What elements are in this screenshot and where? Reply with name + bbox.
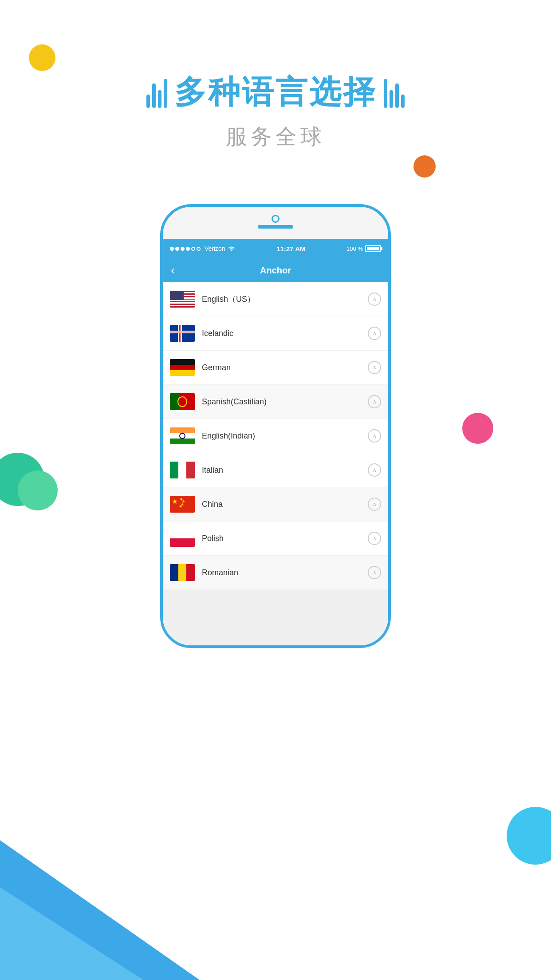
battery-percent: 100 % [346,245,363,252]
chevron-pl[interactable]: ∧ [368,532,381,545]
signal-dot-2 [175,247,179,251]
chevron-es[interactable]: ∧ [368,395,381,408]
list-item[interactable]: Spanish(Castilian) ∧ [163,385,388,419]
lang-name-en-in: English(Indian) [202,431,368,441]
signal-dot-4 [186,247,190,251]
list-item[interactable]: ★ ★ ★ ★ ★ China ∧ [163,487,388,521]
notch-speaker [258,225,293,229]
wave-icon-left [146,77,167,108]
flag-it [170,462,195,478]
lang-name-ro: Romanian [202,568,368,577]
status-time: 11:27 AM [276,245,305,253]
flag-ro [170,564,195,581]
decoration-dot-blue [507,807,551,865]
lang-name-it: Italian [202,466,368,475]
status-bar-right: 100 % [346,245,381,252]
lang-name-is: Icelandic [202,329,368,338]
title-main: 多种语言选择 [0,71,551,114]
wave-icon-right [384,77,405,108]
chevron-en-us[interactable]: ∧ [368,292,381,306]
language-list: English（US） ∧ Icelandic ∧ [163,282,388,645]
lang-name-de: German [202,363,368,372]
chevron-en-in[interactable]: ∧ [368,429,381,443]
list-item[interactable]: English(Indian) ∧ [163,419,388,453]
flag-en-us [170,291,195,308]
status-bar: Verizon 11:27 AM 100 % [163,239,388,258]
decoration-dot-green-light [18,470,58,510]
list-item[interactable]: Polish ∧ [163,522,388,555]
signal-dot-5 [191,247,195,251]
signal-dot-6 [197,247,201,251]
chevron-ro[interactable]: ∧ [368,566,381,579]
list-item[interactable]: Icelandic ∧ [163,316,388,350]
lang-name-zh: China [202,500,368,509]
page-title: 多种语言选择 [174,71,377,114]
decoration-dot-pink [462,413,493,444]
title-area: 多种语言选择 服务全球 [0,71,551,151]
flag-de [170,359,195,376]
flag-es [170,393,195,410]
lang-name-en-us: English（US） [202,294,368,304]
signal-dot-3 [181,247,185,251]
chevron-it[interactable]: ∧ [368,463,381,477]
list-item[interactable]: Romanian ∧ [163,556,388,589]
page-subtitle: 服务全球 [0,122,551,151]
notch-camera [272,215,279,223]
phone-notch [258,215,293,229]
flag-zh: ★ ★ ★ ★ ★ [170,496,195,513]
chevron-de[interactable]: ∧ [368,361,381,374]
chevron-zh[interactable]: ∧ [368,498,381,511]
list-item[interactable]: English（US） ∧ [163,282,388,316]
signal-dot-1 [170,247,174,251]
decoration-dot-orange [413,155,436,178]
status-bar-left: Verizon [170,245,236,252]
decoration-dot-yellow [29,44,55,71]
flag-is [170,325,195,342]
wifi-icon [228,245,236,252]
back-button[interactable]: ‹ [171,263,175,277]
list-item[interactable]: German ∧ [163,351,388,384]
phone-outer: Verizon 11:27 AM 100 % ‹ Anchor [160,204,391,648]
chevron-is[interactable]: ∧ [368,327,381,340]
nav-title: Anchor [260,265,291,276]
signal-dots [170,247,201,251]
list-item[interactable]: Italian ∧ [163,453,388,487]
carrier-name: Verizon [205,245,225,252]
lang-name-pl: Polish [202,534,368,543]
battery-icon [365,245,381,252]
phone-mockup: Verizon 11:27 AM 100 % ‹ Anchor [160,204,391,648]
battery-tip [381,247,382,250]
flag-pl [170,530,195,547]
lang-name-es: Spanish(Castilian) [202,397,368,407]
flag-en-in [170,427,195,444]
battery-fill [367,247,379,250]
nav-bar: ‹ Anchor [163,258,388,282]
